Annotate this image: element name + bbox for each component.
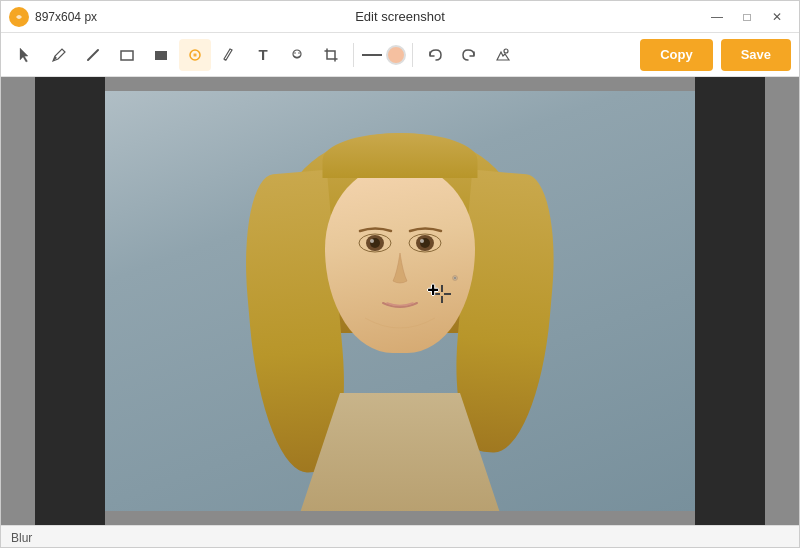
toolbar-actions: Copy Save: [640, 39, 791, 71]
line-tool-button[interactable]: [77, 39, 109, 71]
line-icon: [85, 47, 101, 63]
stroke-size-icon: [360, 49, 384, 61]
save-button[interactable]: Save: [721, 39, 791, 71]
svg-rect-2: [155, 51, 167, 60]
effects-button[interactable]: [487, 39, 519, 71]
title-bar-left: 897x604 px: [9, 7, 97, 27]
highlight-icon: [221, 47, 237, 63]
redo-icon: [461, 47, 477, 63]
title-bar: 897x604 px Edit screenshot — □ ✕: [1, 1, 799, 33]
svg-rect-1: [121, 51, 133, 60]
undo-button[interactable]: [419, 39, 451, 71]
pen-tool-button[interactable]: [43, 39, 75, 71]
toolbar-separator-1: [353, 43, 354, 67]
svg-point-18: [420, 239, 424, 243]
fill-tool-button[interactable]: [145, 39, 177, 71]
redo-button[interactable]: [453, 39, 485, 71]
fill-icon: [153, 47, 169, 63]
undo-icon: [427, 47, 443, 63]
face-features: [325, 163, 475, 353]
text-icon: T: [258, 46, 267, 63]
svg-point-10: [504, 49, 508, 53]
stamp-tool-button[interactable]: [281, 39, 313, 71]
toolbar-separator-2: [412, 43, 413, 67]
color-picker[interactable]: [386, 45, 406, 65]
rectangle-tool-button[interactable]: [111, 39, 143, 71]
svg-point-20: [454, 277, 456, 279]
blur-icon: [187, 47, 203, 63]
pointer-icon: [17, 47, 33, 63]
hair-front: [323, 133, 478, 178]
text-tool-button[interactable]: T: [247, 39, 279, 71]
maximize-button[interactable]: □: [733, 5, 761, 29]
stamp-icon: [289, 47, 305, 63]
status-bar: Blur: [1, 525, 799, 548]
crop-tool-button[interactable]: [315, 39, 347, 71]
svg-point-5: [194, 54, 196, 56]
rectangle-icon: [119, 47, 135, 63]
toolbar: T: [1, 33, 799, 77]
pen-icon: [51, 47, 67, 63]
face: [325, 163, 475, 353]
image-size-label: 897x604 px: [35, 10, 97, 24]
minimize-button[interactable]: —: [703, 5, 731, 29]
left-panel: [35, 77, 105, 525]
copy-button[interactable]: Copy: [640, 39, 713, 71]
close-button[interactable]: ✕: [763, 5, 791, 29]
crop-icon: [323, 47, 339, 63]
window-title: Edit screenshot: [355, 9, 445, 24]
highlight-tool-button[interactable]: [213, 39, 245, 71]
svg-point-8: [298, 52, 300, 54]
app-icon: [9, 7, 29, 27]
image-display: [105, 91, 695, 511]
image-canvas[interactable]: [105, 91, 695, 511]
window-controls: — □ ✕: [703, 5, 791, 29]
stroke-controls: [360, 49, 384, 61]
blur-tool-button[interactable]: [179, 39, 211, 71]
effects-icon: [495, 47, 511, 63]
current-tool-label: Blur: [11, 531, 32, 545]
svg-point-14: [370, 239, 374, 243]
svg-point-7: [294, 52, 296, 54]
canvas-area[interactable]: [1, 77, 799, 525]
right-panel: [695, 77, 765, 525]
portrait-figure: [270, 133, 530, 511]
pointer-tool-button[interactable]: [9, 39, 41, 71]
